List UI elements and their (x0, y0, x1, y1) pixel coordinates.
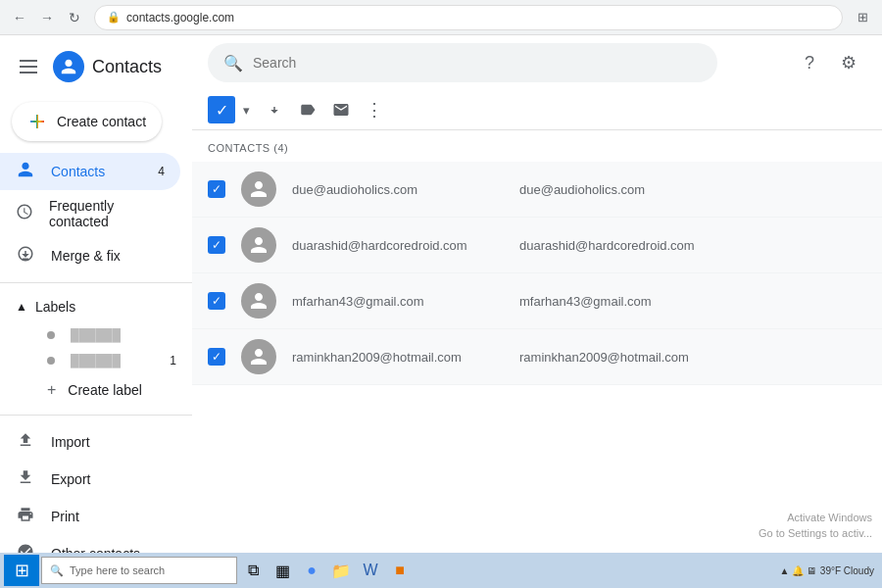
contact-checkbox-3[interactable]: ✓ (208, 292, 225, 310)
contact-info-2: duarashid@hardcoredroid.com duarashid@ha… (292, 238, 866, 253)
label-dot-2 (47, 357, 55, 365)
activate-watermark: Activate Windows Go to Settings to activ… (759, 511, 872, 541)
task-view-icon[interactable]: ⧉ (239, 557, 267, 584)
avatar-3 (241, 283, 276, 318)
select-all-checkmark: ✓ (216, 101, 228, 120)
hamburger-button[interactable] (16, 56, 41, 77)
contact-email-secondary-2: duarashid@hardcoredroid.com (519, 238, 695, 253)
url-text: contacts.google.com (126, 11, 234, 24)
contact-email-primary-1: due@audioholics.com (292, 182, 488, 197)
create-contact-button[interactable]: Create contact (12, 102, 162, 141)
label-1-text: ██████ (71, 328, 121, 342)
contact-info-4: raminkhan2009@hotmail.com raminkhan2009@… (292, 350, 866, 365)
print-label: Print (51, 509, 79, 524)
sidebar-divider-2 (0, 415, 192, 416)
label-2-text: ██████ (71, 354, 121, 368)
avatar-2 (241, 227, 276, 263)
contact-checkbox-2[interactable]: ✓ (208, 236, 225, 254)
contacts-header: CONTACTS (4) (192, 130, 882, 162)
merge-fix-icon (16, 245, 35, 267)
system-tray-icons: ▲ 🔔 🖥 (779, 565, 815, 576)
frequently-contacted-icon (16, 203, 33, 224)
lock-icon: 🔒 (107, 11, 121, 24)
export-icon (16, 468, 35, 490)
contacts-badge: 4 (158, 165, 165, 178)
sidebar-item-frequently-contacted[interactable]: Frequently contacted (0, 190, 180, 237)
widget-icon[interactable]: ▦ (269, 557, 296, 584)
browser-chrome: ← → ↻ 🔒 contacts.google.com ⊞ (0, 0, 882, 35)
help-button[interactable]: ? (792, 45, 827, 80)
taskbar-system: ▲ 🔔 🖥 39°F Cloudy (775, 565, 878, 576)
label-item-2[interactable]: ██████ 1 (0, 348, 192, 373)
app-logo: Contacts (53, 51, 162, 82)
chevron-up-icon: ▲ (16, 300, 27, 314)
address-bar[interactable]: 🔒 contacts.google.com (94, 5, 843, 30)
create-label-plus-icon: + (47, 381, 56, 399)
checkmark-1: ✓ (212, 182, 221, 196)
start-button[interactable]: ⊞ (4, 555, 39, 586)
word-icon[interactable]: W (357, 557, 384, 584)
taskbar-search-placeholder: Type here to search (70, 564, 165, 576)
merge-toolbar-button[interactable] (260, 94, 289, 125)
table-row[interactable]: ✓ due@audioholics.com due@audioholics.co… (192, 162, 882, 218)
table-row[interactable]: ✓ raminkhan2009@hotmail.com raminkhan200… (192, 329, 882, 385)
search-bar[interactable]: 🔍 (208, 43, 717, 82)
settings-button[interactable]: ⚙ (831, 45, 866, 80)
more-toolbar-button[interactable]: ⋮ (360, 94, 389, 125)
contact-email-secondary-3: mfarhan43@gmail.com (519, 294, 652, 309)
contacts-icon (16, 161, 35, 182)
sidebar-item-contacts[interactable]: Contacts 4 (0, 153, 180, 190)
sidebar-header: Contacts (0, 43, 192, 98)
sidebar: Contacts Create contact Contacts 4 Frequ… (0, 35, 192, 588)
checkbox-dropdown-button[interactable]: ▾ (237, 94, 256, 125)
labels-section-label: Labels (35, 299, 75, 315)
refresh-button[interactable]: ↻ (63, 6, 86, 29)
top-bar: 🔍 ? ⚙ (192, 35, 882, 90)
file-explorer-icon[interactable]: 📁 (327, 557, 355, 584)
search-input[interactable] (253, 55, 702, 71)
import-label: Import (51, 434, 90, 450)
contact-info-1: due@audioholics.com due@audioholics.com (292, 182, 866, 197)
create-label-item[interactable]: + Create label (0, 373, 192, 407)
table-row[interactable]: ✓ duarashid@hardcoredroid.com duarashid@… (192, 218, 882, 273)
sidebar-item-export[interactable]: Export (0, 461, 180, 498)
activate-line2: Go to Settings to activ... (759, 526, 872, 541)
contact-email-primary-3: mfarhan43@gmail.com (292, 294, 488, 309)
sidebar-item-import[interactable]: Import (0, 423, 180, 461)
contact-checkbox-1[interactable]: ✓ (208, 180, 225, 198)
checkmark-4: ✓ (212, 350, 221, 364)
label-item-1[interactable]: ██████ (0, 322, 192, 348)
main-content: 🔍 ? ⚙ ✓ ▾ (192, 35, 882, 588)
sidebar-item-merge-fix[interactable]: Merge & fix (0, 237, 180, 274)
app-icon[interactable]: ■ (386, 557, 414, 584)
sidebar-divider-1 (0, 282, 192, 283)
import-icon (16, 431, 35, 453)
print-icon (16, 506, 35, 527)
checkmark-3: ✓ (212, 294, 221, 308)
select-all-checkbox[interactable]: ✓ (208, 96, 235, 123)
forward-button[interactable]: → (35, 6, 59, 29)
chrome-icon[interactable]: ● (298, 557, 325, 584)
label-toolbar-button[interactable] (293, 94, 322, 125)
more-icon: ⋮ (366, 99, 383, 121)
activate-line1: Activate Windows (759, 511, 872, 525)
label-dot-1 (47, 331, 55, 339)
extensions-button[interactable]: ⊞ (851, 6, 874, 29)
back-button[interactable]: ← (8, 6, 31, 29)
checkmark-2: ✓ (212, 238, 221, 252)
search-icon: 🔍 (223, 54, 243, 73)
app-container: Contacts Create contact Contacts 4 Frequ… (0, 35, 882, 588)
taskbar: ⊞ 🔍 Type here to search ⧉ ▦ ● 📁 W ■ ▲ 🔔 … (0, 553, 882, 588)
avatar-4 (241, 339, 276, 374)
app-name-label: Contacts (92, 57, 162, 77)
avatar-1 (241, 172, 276, 207)
email-toolbar-button[interactable] (326, 94, 356, 125)
top-actions: ? ⚙ (792, 45, 866, 80)
weather-info: 39°F Cloudy (820, 565, 874, 576)
contact-checkbox-4[interactable]: ✓ (208, 348, 225, 366)
table-row[interactable]: ✓ mfarhan43@gmail.com mfarhan43@gmail.co… (192, 273, 882, 329)
sidebar-item-print[interactable]: Print (0, 498, 180, 535)
labels-section-header[interactable]: ▲ Labels (0, 291, 192, 322)
contact-email-primary-2: duarashid@hardcoredroid.com (292, 238, 488, 253)
taskbar-search-box[interactable]: 🔍 Type here to search (41, 557, 237, 584)
